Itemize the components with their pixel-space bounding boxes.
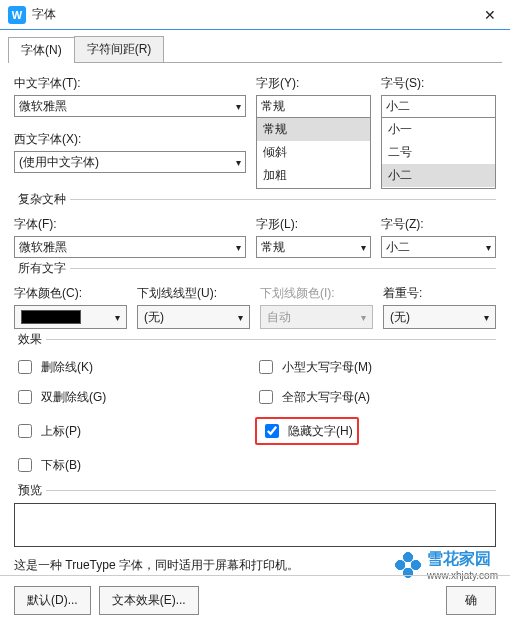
tab-bar: 字体(N) 字符间距(R) — [8, 36, 502, 63]
size1-input[interactable]: 小二 — [381, 95, 496, 117]
check-label: 上标(P) — [41, 423, 81, 440]
list-item[interactable]: 加粗 — [257, 164, 370, 187]
check-sup[interactable]: 上标(P) — [14, 417, 255, 445]
label-underline-color: 下划线颜色(I): — [260, 285, 373, 302]
text-effect-button[interactable]: 文本效果(E)... — [99, 586, 199, 615]
app-icon: W — [8, 6, 26, 24]
check-label: 双删除线(G) — [41, 389, 106, 406]
checkbox[interactable] — [18, 424, 32, 438]
checkbox[interactable] — [18, 458, 32, 472]
list-item[interactable]: 常规 — [257, 118, 370, 141]
label-fontcolor: 字体颜色(C): — [14, 285, 127, 302]
group-preview: 预览 — [14, 482, 496, 499]
checkbox[interactable] — [259, 360, 273, 374]
font2-select[interactable]: 微软雅黑 ▾ — [14, 236, 246, 258]
check-allcaps[interactable]: 全部大写字母(A) — [255, 387, 496, 407]
check-smallcaps[interactable]: 小型大写字母(M) — [255, 357, 496, 377]
legend-allchars: 所有文字 — [14, 260, 70, 277]
label-size2: 字号(Z): — [381, 216, 496, 233]
label-font2: 字体(F): — [14, 216, 246, 233]
list-item[interactable]: 二号 — [382, 141, 495, 164]
size1-list[interactable]: 小一 二号 小二 — [381, 117, 496, 189]
style2-select[interactable]: 常规 ▾ — [256, 236, 371, 258]
style1-list[interactable]: 常规 倾斜 加粗 — [256, 117, 371, 189]
chevron-down-icon: ▾ — [236, 242, 241, 253]
tab-spacing[interactable]: 字符间距(R) — [74, 36, 165, 62]
cn-font-value: 微软雅黑 — [19, 98, 67, 115]
label-underline: 下划线线型(U): — [137, 285, 250, 302]
check-label: 隐藏文字(H) — [288, 423, 353, 440]
chevron-down-icon: ▾ — [236, 157, 241, 168]
label-cn-font: 中文字体(T): — [14, 75, 246, 92]
en-font-select[interactable]: (使用中文字体) ▾ — [14, 151, 246, 173]
chevron-down-icon: ▾ — [238, 312, 243, 323]
label-emphasis: 着重号: — [383, 285, 496, 302]
font2-value: 微软雅黑 — [19, 239, 67, 256]
cn-font-select[interactable]: 微软雅黑 ▾ — [14, 95, 246, 117]
font-color-button[interactable]: ▾ — [14, 305, 127, 329]
emphasis-button[interactable]: (无) ▾ — [383, 305, 496, 329]
window-title: 字体 — [32, 6, 478, 23]
list-item[interactable]: 小二 — [382, 164, 495, 187]
tab-pane: 中文字体(T): 微软雅黑 ▾ 西文字体(X): (使用中文字体) ▾ 字形(Y… — [0, 63, 510, 582]
check-dstrike[interactable]: 双删除线(G) — [14, 387, 255, 407]
color-swatch — [21, 310, 81, 324]
legend-complex: 复杂文种 — [14, 191, 70, 208]
label-style2: 字形(L): — [256, 216, 371, 233]
group-complex: 复杂文种 — [14, 191, 496, 208]
legend-effects: 效果 — [14, 331, 46, 348]
style2-value: 常规 — [261, 239, 285, 256]
emphasis-value: (无) — [390, 309, 410, 326]
chevron-down-icon: ▾ — [236, 101, 241, 112]
checkbox[interactable] — [18, 390, 32, 404]
check-strike[interactable]: 删除线(K) — [14, 357, 255, 377]
checkbox[interactable] — [259, 390, 273, 404]
checkbox-hidden[interactable] — [265, 424, 279, 438]
check-label: 全部大写字母(A) — [282, 389, 370, 406]
size2-value: 小二 — [386, 239, 410, 256]
footer: 默认(D)... 文本效果(E)... 确 — [0, 575, 510, 625]
label-en-font: 西文字体(X): — [14, 131, 246, 148]
size2-select[interactable]: 小二 ▾ — [381, 236, 496, 258]
underline-value: (无) — [144, 309, 164, 326]
chevron-down-icon: ▾ — [115, 312, 120, 323]
group-allchars: 所有文字 — [14, 260, 496, 277]
size1-value: 小二 — [386, 98, 410, 115]
legend-preview: 预览 — [14, 482, 46, 499]
list-item[interactable]: 小一 — [382, 118, 495, 141]
tab-font[interactable]: 字体(N) — [8, 37, 75, 63]
chevron-down-icon: ▾ — [486, 242, 491, 253]
check-hidden-wrap: 隐藏文字(H) — [255, 417, 496, 445]
check-label: 删除线(K) — [41, 359, 93, 376]
label-style1: 字形(Y): — [256, 75, 371, 92]
chevron-down-icon: ▾ — [361, 312, 366, 323]
close-icon[interactable]: ✕ — [478, 7, 502, 23]
default-button[interactable]: 默认(D)... — [14, 586, 91, 615]
check-sub[interactable]: 下标(B) — [14, 455, 255, 475]
underline-color-value: 自动 — [267, 309, 291, 326]
checkbox[interactable] — [18, 360, 32, 374]
watermark-name: 雪花家园 — [427, 550, 491, 567]
chevron-down-icon: ▾ — [484, 312, 489, 323]
preview-box — [14, 503, 496, 547]
underline-color-button: 自动 ▾ — [260, 305, 373, 329]
en-font-value: (使用中文字体) — [19, 154, 99, 171]
style1-input[interactable]: 常规 — [256, 95, 371, 117]
chevron-down-icon: ▾ — [361, 242, 366, 253]
label-size1: 字号(S): — [381, 75, 496, 92]
check-label: 下标(B) — [41, 457, 81, 474]
group-effects: 效果 — [14, 331, 496, 348]
title-bar: W 字体 ✕ — [0, 0, 510, 30]
list-item[interactable]: 倾斜 — [257, 141, 370, 164]
underline-style-button[interactable]: (无) ▾ — [137, 305, 250, 329]
style1-value: 常规 — [261, 98, 285, 115]
ok-button[interactable]: 确 — [446, 586, 496, 615]
check-label: 小型大写字母(M) — [282, 359, 372, 376]
